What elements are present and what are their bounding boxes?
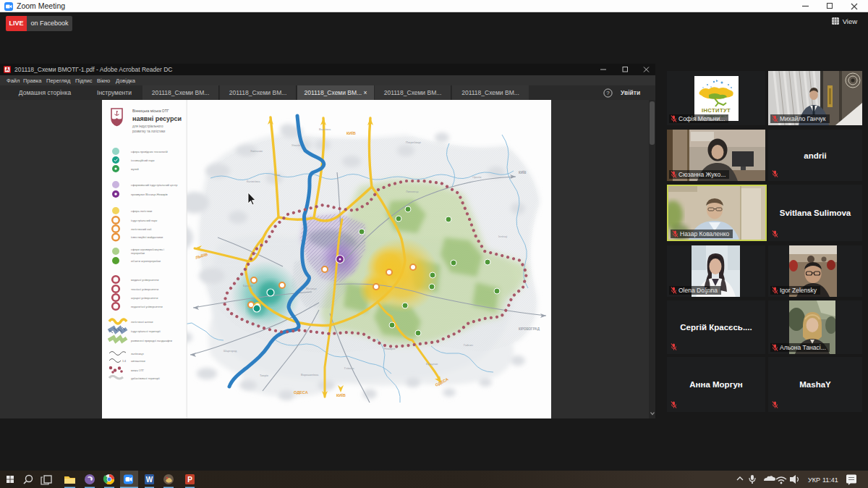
svg-text:Ворошилівка: Ворошилівка xyxy=(301,373,319,376)
svg-text:індустріальний парк: індустріальний парк xyxy=(131,219,157,222)
svg-text:залізниця: залізниця xyxy=(131,352,144,356)
svg-text:Іллінці: Іллінці xyxy=(498,235,507,238)
svg-text:педагогічні університети: педагогічні університети xyxy=(131,305,163,308)
svg-text:урбанізовані території: урбанізовані території xyxy=(131,376,161,380)
svg-text:A: A xyxy=(6,67,9,72)
svg-text:для індустріального: для індустріального xyxy=(132,125,163,128)
svg-text:Липовець: Липовець xyxy=(406,190,419,193)
svg-text:Погребище: Погребище xyxy=(406,140,422,144)
svg-text:сформований індустріальний цен: сформований індустріальний центр xyxy=(131,183,178,187)
svg-text:P: P xyxy=(187,476,192,484)
svg-text:автошляхи: автошляхи xyxy=(131,359,145,363)
svg-text:інвестиційні майданчики: інвестиційні майданчики xyxy=(131,235,163,239)
svg-text:Браїлів: Браїлів xyxy=(243,284,253,287)
svg-text:музей: музей xyxy=(131,167,139,171)
svg-text:УКР: УКР xyxy=(808,476,820,484)
svg-text:КИЇВ: КИЇВ xyxy=(346,131,356,135)
svg-text:ІНСТИТУТ: ІНСТИТУТ xyxy=(702,107,731,114)
svg-text:індустріальні території: індустріальні території xyxy=(131,329,161,333)
svg-text:сфера провідних технологій: сфера провідних технологій xyxy=(131,150,168,153)
svg-text:Вінницька міська ОТГ: Вінницька міська ОТГ xyxy=(132,109,169,113)
svg-text:1:4: 1:4 xyxy=(122,360,126,363)
svg-text:аграрні університети: аграрні університети xyxy=(131,296,158,300)
svg-text:W: W xyxy=(146,476,153,484)
svg-text:медичні університети: медичні університети xyxy=(131,278,158,282)
svg-text:наявні ресурси: наявні ресурси xyxy=(132,115,182,122)
svg-text:Брацлав: Брацлав xyxy=(426,362,438,366)
svg-text:об'єкти агропереробки: об'єкти агропереробки xyxy=(131,259,161,263)
svg-text:Оратів: Оратів xyxy=(472,175,481,179)
svg-text:КІРОВОГРАД: КІРОВОГРАД xyxy=(519,327,540,331)
svg-text:Гнівань: Гнівань xyxy=(344,366,354,370)
svg-text:технічні університети: технічні університети xyxy=(131,287,158,291)
svg-text:логістичний хаб: логістичний хаб xyxy=(131,227,152,231)
svg-text:Вінниця: Вінниця xyxy=(306,287,317,290)
svg-text:?: ? xyxy=(606,90,610,96)
svg-text:КИЇВ: КИЇВ xyxy=(336,393,346,397)
svg-text:Уланів: Уланів xyxy=(292,143,300,147)
svg-text:Хмільник: Хмільник xyxy=(250,149,263,153)
svg-text:КИЇВ: КИЇВ xyxy=(519,170,527,174)
svg-text:переробки: переробки xyxy=(131,251,145,255)
svg-text:Янів: Янів xyxy=(274,173,280,177)
svg-text:Калинівка: Калинівка xyxy=(247,180,260,183)
svg-text:інноваційний парк: інноваційний парк xyxy=(131,159,155,162)
svg-text:логістичні шляхи: логістичні шляхи xyxy=(131,320,153,324)
svg-text:розвитку та логістики: розвитку та логістики xyxy=(132,130,166,133)
svg-text:межа ОТГ: межа ОТГ xyxy=(131,369,145,372)
svg-text:Гайсин: Гайсин xyxy=(464,343,473,347)
svg-text:Немирів: Немирів xyxy=(384,347,395,350)
svg-text:ОДЕСА: ОДЕСА xyxy=(294,390,308,395)
svg-text:промвузол Вінниця-Немирів: промвузол Вінниця-Немирів xyxy=(131,193,168,196)
svg-text:Шаргород: Шаргород xyxy=(224,349,237,353)
svg-text:розвинені природні ландшафти: розвинені природні ландшафти xyxy=(131,339,172,342)
svg-text:сфера логістики: сфера логістики xyxy=(131,209,152,213)
svg-text:Вахнівка: Вахнівка xyxy=(319,127,331,131)
svg-text:Тиврів: Тиврів xyxy=(260,374,268,377)
svg-text:11:41: 11:41 xyxy=(822,476,838,484)
